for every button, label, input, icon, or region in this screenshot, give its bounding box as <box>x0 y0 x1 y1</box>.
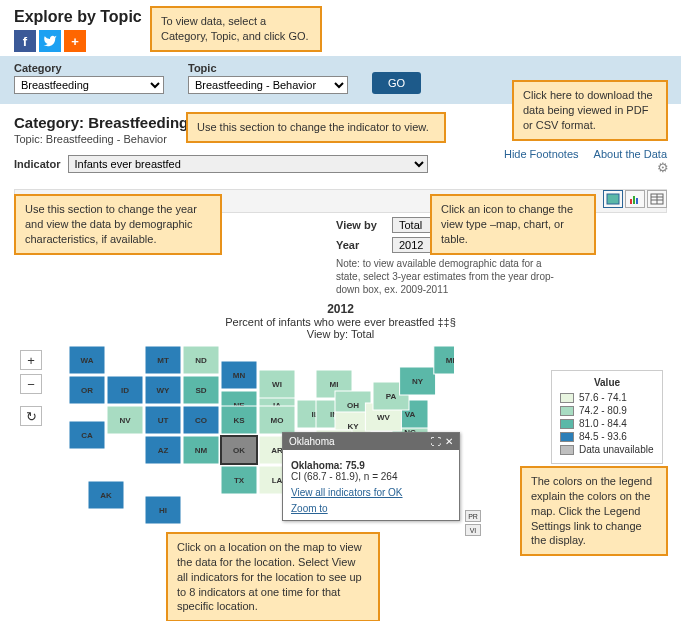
state-mt[interactable] <box>145 346 181 374</box>
zoom-in-button[interactable]: + <box>20 350 42 370</box>
chart-view-icon[interactable] <box>625 190 645 208</box>
state-id[interactable] <box>107 376 143 404</box>
social-buttons: f + <box>14 30 667 52</box>
top-links: Hide Footnotes About the Data <box>492 148 667 160</box>
state-ks[interactable] <box>221 406 257 434</box>
popup-zoom-link[interactable]: Zoom to <box>291 503 451 514</box>
svg-rect-3 <box>636 198 638 204</box>
facebook-icon[interactable]: f <box>14 30 36 52</box>
callout-indicator: Use this section to change the indicator… <box>186 112 446 143</box>
viewby-label: View by <box>336 219 384 231</box>
state-ut[interactable] <box>145 406 181 434</box>
legend-row: 81.0 - 84.4 <box>560 418 654 429</box>
state-sd[interactable] <box>183 376 219 404</box>
topic-select[interactable]: Breastfeeding - Behavior <box>188 76 348 94</box>
callout-select: To view data, select a Category, Topic, … <box>150 6 322 52</box>
zoom-out-button[interactable]: − <box>20 374 42 394</box>
go-button[interactable]: GO <box>372 72 421 94</box>
header: Explore by Topic f + <box>0 0 681 56</box>
map-zoom-controls: + − ↻ <box>20 350 42 430</box>
vi-tile[interactable]: VI <box>465 524 481 536</box>
state-wa[interactable] <box>69 346 105 374</box>
chart-year: 2012 <box>0 302 681 316</box>
state-or[interactable] <box>69 376 105 404</box>
callout-legend: The colors on the legend explain the col… <box>520 466 668 556</box>
state-nd[interactable] <box>183 346 219 374</box>
legend-row: Data unavailable <box>560 444 654 455</box>
state-me[interactable] <box>434 346 454 374</box>
share-icon[interactable]: + <box>64 30 86 52</box>
reset-map-button[interactable]: ↻ <box>20 406 42 426</box>
table-view-icon[interactable] <box>647 190 667 208</box>
popup-value: Oklahoma: 75.9 <box>291 460 451 471</box>
state-hi[interactable] <box>145 496 181 524</box>
callout-location: Click on a location on the map to view t… <box>166 532 380 621</box>
indicator-label: Indicator <box>14 158 60 170</box>
controls-note: Note: to view available demographic data… <box>336 257 556 296</box>
svg-rect-2 <box>633 196 635 204</box>
state-wy[interactable] <box>145 376 181 404</box>
callout-viewtype: Click an icon to change the view type –m… <box>430 194 596 255</box>
svg-rect-1 <box>630 199 632 204</box>
view-type-icons <box>603 190 667 208</box>
gear-icon[interactable]: ⚙ <box>657 160 669 175</box>
popup-close-icon[interactable]: ✕ <box>445 436 453 447</box>
popup-header: Oklahoma ⛶✕ <box>283 433 459 450</box>
state-wi[interactable] <box>259 370 295 398</box>
callout-download: Click here to download the data being vi… <box>512 80 668 141</box>
state-co[interactable] <box>183 406 219 434</box>
chart-main-title: Percent of infants who were ever breastf… <box>0 316 681 328</box>
about-data-link[interactable]: About the Data <box>594 148 667 160</box>
state-az[interactable] <box>145 436 181 464</box>
state-nm[interactable] <box>183 436 219 464</box>
hide-footnotes-link[interactable]: Hide Footnotes <box>504 148 579 160</box>
state-tx[interactable] <box>221 466 257 494</box>
popup-ci: CI (68.7 - 81.9), n = 264 <box>291 471 451 482</box>
map-legend: Value 57.6 - 74.174.2 - 80.981.0 - 84.48… <box>551 370 663 464</box>
map-view-icon[interactable] <box>603 190 623 208</box>
legend-row: 84.5 - 93.6 <box>560 431 654 442</box>
topic-label: Topic <box>188 62 348 74</box>
legend-row: 57.6 - 74.1 <box>560 392 654 403</box>
popup-state: Oklahoma <box>289 436 335 447</box>
map-popup: Oklahoma ⛶✕ Oklahoma: 75.9 CI (68.7 - 81… <box>282 432 460 521</box>
state-nv[interactable] <box>107 406 143 434</box>
state-mo[interactable] <box>259 406 295 434</box>
year-label: Year <box>336 239 384 251</box>
category-select[interactable]: Breastfeeding <box>14 76 164 94</box>
state-ok[interactable] <box>221 436 257 464</box>
chart-title: 2012 Percent of infants who were ever br… <box>0 302 681 340</box>
category-label: Category <box>14 62 164 74</box>
popup-all-indicators-link[interactable]: View all indicators for OK <box>291 487 451 498</box>
svg-rect-0 <box>607 194 619 204</box>
page-title: Explore by Topic <box>14 8 667 26</box>
callout-year: Use this section to change the year and … <box>14 194 222 255</box>
pr-tile[interactable]: PR <box>465 510 481 522</box>
popup-expand-icon[interactable]: ⛶ <box>431 436 441 447</box>
state-ca[interactable] <box>69 421 105 449</box>
twitter-icon[interactable] <box>39 30 61 52</box>
state-ak[interactable] <box>88 481 124 509</box>
indicator-select[interactable]: Infants ever breastfed <box>68 155 428 173</box>
state-mn[interactable] <box>221 361 257 389</box>
legend-title: Value <box>560 377 654 388</box>
state-ny[interactable] <box>400 367 436 395</box>
legend-row: 74.2 - 80.9 <box>560 405 654 416</box>
